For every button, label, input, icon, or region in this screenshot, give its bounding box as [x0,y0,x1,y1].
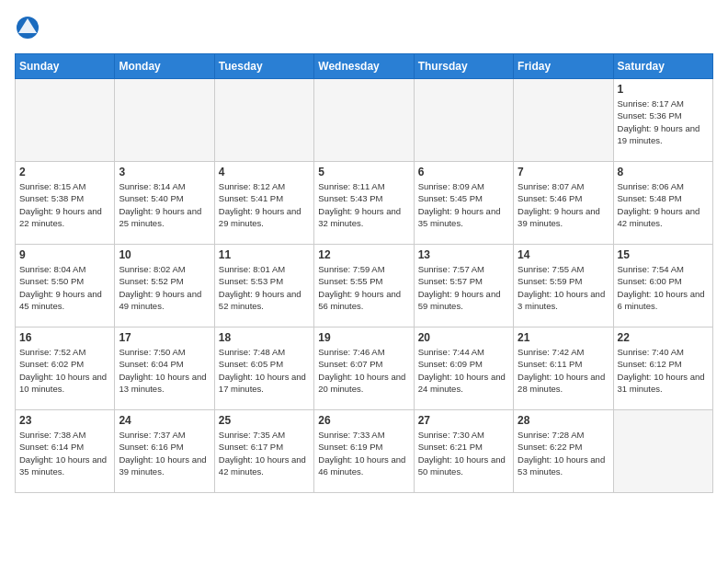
weekday-header-sunday: Sunday [16,54,115,79]
day-info: Sunrise: 7:50 AMSunset: 6:04 PMDaylight:… [119,346,210,395]
day-number: 5 [318,166,409,178]
day-info: Sunrise: 7:46 AMSunset: 6:07 PMDaylight:… [318,346,409,395]
calendar-cell: 16Sunrise: 7:52 AMSunset: 6:02 PMDayligh… [16,327,115,410]
weekday-header-saturday: Saturday [613,54,712,79]
weekday-header-friday: Friday [514,54,613,79]
day-info: Sunrise: 8:11 AMSunset: 5:43 PMDaylight:… [318,180,409,229]
day-info: Sunrise: 7:35 AMSunset: 6:17 PMDaylight:… [219,429,310,477]
day-number: 28 [518,414,609,427]
day-number: 10 [119,248,210,261]
calendar-cell: 1Sunrise: 8:17 AMSunset: 5:36 PMDaylight… [613,79,712,162]
day-info: Sunrise: 8:06 AMSunset: 5:48 PMDaylight:… [618,180,709,229]
day-info: Sunrise: 8:15 AMSunset: 5:38 PMDaylight:… [19,180,110,229]
day-number: 14 [518,248,609,261]
weekday-header-thursday: Thursday [414,54,513,79]
calendar-cell: 9Sunrise: 8:04 AMSunset: 5:50 PMDaylight… [16,245,115,327]
calendar-table: SundayMondayTuesdayWednesdayThursdayFrid… [15,53,713,493]
day-number: 26 [318,414,409,427]
calendar-cell: 2Sunrise: 8:15 AMSunset: 5:38 PMDaylight… [16,162,115,245]
day-info: Sunrise: 7:30 AMSunset: 6:21 PMDaylight:… [418,429,509,477]
day-number: 13 [418,248,509,261]
calendar-cell [115,79,214,162]
weekday-header-monday: Monday [115,54,214,79]
calendar-cell: 17Sunrise: 7:50 AMSunset: 6:04 PMDayligh… [115,327,214,410]
calendar-cell: 13Sunrise: 7:57 AMSunset: 5:57 PMDayligh… [414,245,513,327]
calendar-week-5: 23Sunrise: 7:38 AMSunset: 6:14 PMDayligh… [16,410,713,493]
calendar-cell [16,79,115,162]
day-info: Sunrise: 7:57 AMSunset: 5:57 PMDaylight:… [418,263,509,312]
weekday-header-wednesday: Wednesday [314,54,414,79]
day-number: 7 [518,166,609,178]
calendar-cell: 21Sunrise: 7:42 AMSunset: 6:11 PMDayligh… [514,327,613,410]
day-info: Sunrise: 8:14 AMSunset: 5:40 PMDaylight:… [119,180,210,229]
day-number: 11 [219,248,310,261]
day-number: 25 [219,414,310,427]
day-info: Sunrise: 8:01 AMSunset: 5:53 PMDaylight:… [219,263,310,312]
calendar-cell [314,79,414,162]
day-info: Sunrise: 7:40 AMSunset: 6:12 PMDaylight:… [618,346,709,395]
logo-icon [15,15,40,44]
calendar-cell: 14Sunrise: 7:55 AMSunset: 5:59 PMDayligh… [514,245,613,327]
day-info: Sunrise: 8:17 AMSunset: 5:36 PMDaylight:… [618,98,709,146]
page-header [15,15,713,44]
calendar-cell: 15Sunrise: 7:54 AMSunset: 6:00 PMDayligh… [613,245,712,327]
day-number: 17 [119,331,210,344]
day-info: Sunrise: 8:07 AMSunset: 5:46 PMDaylight:… [518,180,609,229]
day-info: Sunrise: 7:44 AMSunset: 6:09 PMDaylight:… [418,346,509,395]
calendar-cell [613,410,712,493]
logo [15,15,44,44]
day-number: 1 [618,83,709,96]
day-info: Sunrise: 7:59 AMSunset: 5:55 PMDaylight:… [318,263,409,312]
day-number: 15 [618,248,709,261]
day-number: 19 [318,331,409,344]
day-number: 2 [19,166,110,178]
day-number: 16 [19,331,110,344]
calendar-cell: 28Sunrise: 7:28 AMSunset: 6:22 PMDayligh… [514,410,613,493]
day-number: 21 [518,331,609,344]
day-number: 9 [19,248,110,261]
calendar-cell: 26Sunrise: 7:33 AMSunset: 6:19 PMDayligh… [314,410,414,493]
calendar-cell: 20Sunrise: 7:44 AMSunset: 6:09 PMDayligh… [414,327,513,410]
day-number: 23 [19,414,110,427]
calendar-cell [214,79,313,162]
day-info: Sunrise: 8:09 AMSunset: 5:45 PMDaylight:… [418,180,509,229]
calendar-cell: 5Sunrise: 8:11 AMSunset: 5:43 PMDaylight… [314,162,414,245]
day-info: Sunrise: 7:28 AMSunset: 6:22 PMDaylight:… [518,429,609,477]
calendar-cell: 23Sunrise: 7:38 AMSunset: 6:14 PMDayligh… [16,410,115,493]
calendar-week-1: 1Sunrise: 8:17 AMSunset: 5:36 PMDaylight… [16,79,713,162]
day-number: 6 [418,166,509,178]
day-number: 4 [219,166,310,178]
calendar-week-2: 2Sunrise: 8:15 AMSunset: 5:38 PMDaylight… [16,162,713,245]
calendar-cell: 10Sunrise: 8:02 AMSunset: 5:52 PMDayligh… [115,245,214,327]
calendar-cell: 6Sunrise: 8:09 AMSunset: 5:45 PMDaylight… [414,162,513,245]
day-number: 22 [618,331,709,344]
calendar-cell: 3Sunrise: 8:14 AMSunset: 5:40 PMDaylight… [115,162,214,245]
calendar-cell: 12Sunrise: 7:59 AMSunset: 5:55 PMDayligh… [314,245,414,327]
calendar-cell: 18Sunrise: 7:48 AMSunset: 6:05 PMDayligh… [214,327,313,410]
calendar-cell: 25Sunrise: 7:35 AMSunset: 6:17 PMDayligh… [214,410,313,493]
calendar-cell: 27Sunrise: 7:30 AMSunset: 6:21 PMDayligh… [414,410,513,493]
day-info: Sunrise: 7:38 AMSunset: 6:14 PMDaylight:… [19,429,110,477]
day-info: Sunrise: 7:33 AMSunset: 6:19 PMDaylight:… [318,429,409,477]
calendar-cell: 4Sunrise: 8:12 AMSunset: 5:41 PMDaylight… [214,162,313,245]
day-info: Sunrise: 7:37 AMSunset: 6:16 PMDaylight:… [119,429,210,477]
calendar-cell: 7Sunrise: 8:07 AMSunset: 5:46 PMDaylight… [514,162,613,245]
day-number: 24 [119,414,210,427]
day-number: 27 [418,414,509,427]
day-info: Sunrise: 8:12 AMSunset: 5:41 PMDaylight:… [219,180,310,229]
day-number: 12 [318,248,409,261]
calendar-cell: 22Sunrise: 7:40 AMSunset: 6:12 PMDayligh… [613,327,712,410]
calendar-week-4: 16Sunrise: 7:52 AMSunset: 6:02 PMDayligh… [16,327,713,410]
day-number: 3 [119,166,210,178]
day-info: Sunrise: 7:52 AMSunset: 6:02 PMDaylight:… [19,346,110,395]
weekday-header-tuesday: Tuesday [214,54,313,79]
day-number: 18 [219,331,310,344]
calendar-cell: 11Sunrise: 8:01 AMSunset: 5:53 PMDayligh… [214,245,313,327]
day-info: Sunrise: 7:42 AMSunset: 6:11 PMDaylight:… [518,346,609,395]
calendar-week-3: 9Sunrise: 8:04 AMSunset: 5:50 PMDaylight… [16,245,713,327]
calendar-cell: 19Sunrise: 7:46 AMSunset: 6:07 PMDayligh… [314,327,414,410]
day-number: 20 [418,331,509,344]
calendar-cell: 8Sunrise: 8:06 AMSunset: 5:48 PMDaylight… [613,162,712,245]
day-info: Sunrise: 8:04 AMSunset: 5:50 PMDaylight:… [19,263,110,312]
weekday-header-row: SundayMondayTuesdayWednesdayThursdayFrid… [16,54,713,79]
